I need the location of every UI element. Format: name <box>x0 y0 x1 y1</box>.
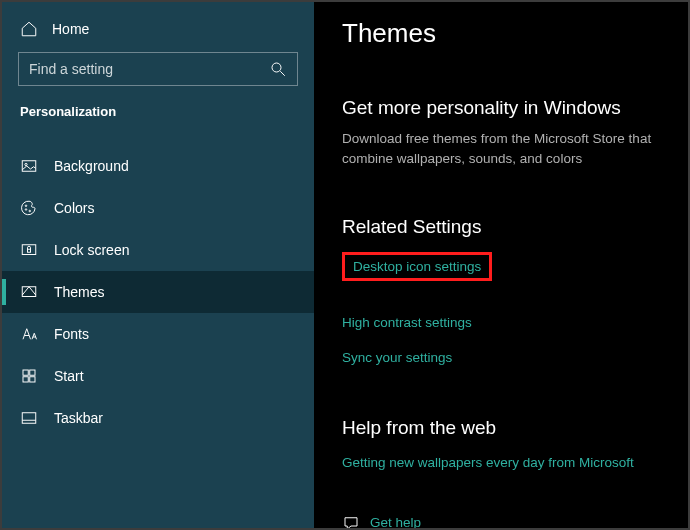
search-icon <box>269 60 287 78</box>
link-desktop-icon-settings[interactable]: Desktop icon settings <box>342 252 492 281</box>
svg-point-0 <box>272 63 281 72</box>
svg-rect-12 <box>23 377 28 382</box>
get-help-button[interactable]: Get help <box>342 514 660 529</box>
sidebar-item-fonts[interactable]: Fonts <box>2 313 314 355</box>
lock-screen-icon <box>20 241 38 259</box>
svg-point-4 <box>25 205 27 207</box>
svg-rect-9 <box>22 287 36 297</box>
sidebar-item-background[interactable]: Background <box>2 145 314 187</box>
sidebar-item-label: Themes <box>54 284 105 300</box>
svg-line-1 <box>280 71 285 76</box>
svg-rect-10 <box>23 370 28 375</box>
home-button[interactable]: Home <box>2 14 314 52</box>
link-high-contrast-settings[interactable]: High contrast settings <box>342 315 472 330</box>
get-help-label: Get help <box>370 515 421 528</box>
page-title: Themes <box>342 18 660 49</box>
link-sync-your-settings[interactable]: Sync your settings <box>342 350 452 365</box>
themes-icon <box>20 283 38 301</box>
personality-sub: Download free themes from the Microsoft … <box>342 129 660 170</box>
taskbar-icon <box>20 409 38 427</box>
svg-point-5 <box>25 209 27 211</box>
sidebar-item-label: Background <box>54 158 129 174</box>
chat-icon <box>342 514 360 529</box>
nav-list: Background Colors Lock screen Themes Fon… <box>2 145 314 439</box>
palette-icon <box>20 199 38 217</box>
help-heading: Help from the web <box>342 417 660 439</box>
search-input-container[interactable] <box>18 52 298 86</box>
svg-rect-11 <box>30 370 35 375</box>
sidebar-item-colors[interactable]: Colors <box>2 187 314 229</box>
picture-icon <box>20 157 38 175</box>
home-label: Home <box>52 21 89 37</box>
sidebar-item-start[interactable]: Start <box>2 355 314 397</box>
svg-point-3 <box>25 163 27 165</box>
main-panel: Themes Get more personality in Windows D… <box>314 2 688 528</box>
svg-rect-8 <box>28 249 31 252</box>
sidebar-item-label: Fonts <box>54 326 89 342</box>
sidebar: Home Personalization Background Colors L… <box>2 2 314 528</box>
start-icon <box>20 367 38 385</box>
link-wallpapers-help[interactable]: Getting new wallpapers every day from Mi… <box>342 455 634 470</box>
sidebar-item-label: Start <box>54 368 84 384</box>
svg-point-6 <box>29 210 31 212</box>
sidebar-item-taskbar[interactable]: Taskbar <box>2 397 314 439</box>
fonts-icon <box>20 325 38 343</box>
sidebar-item-lock-screen[interactable]: Lock screen <box>2 229 314 271</box>
sidebar-item-label: Colors <box>54 200 94 216</box>
svg-rect-14 <box>22 413 36 424</box>
svg-rect-2 <box>22 161 36 172</box>
sidebar-item-themes[interactable]: Themes <box>2 271 314 313</box>
home-icon <box>20 20 38 38</box>
related-heading: Related Settings <box>342 216 660 238</box>
sidebar-item-label: Taskbar <box>54 410 103 426</box>
category-label: Personalization <box>2 104 314 135</box>
personality-heading: Get more personality in Windows <box>342 97 660 119</box>
svg-rect-13 <box>30 377 35 382</box>
sidebar-item-label: Lock screen <box>54 242 129 258</box>
search-input[interactable] <box>29 61 269 77</box>
